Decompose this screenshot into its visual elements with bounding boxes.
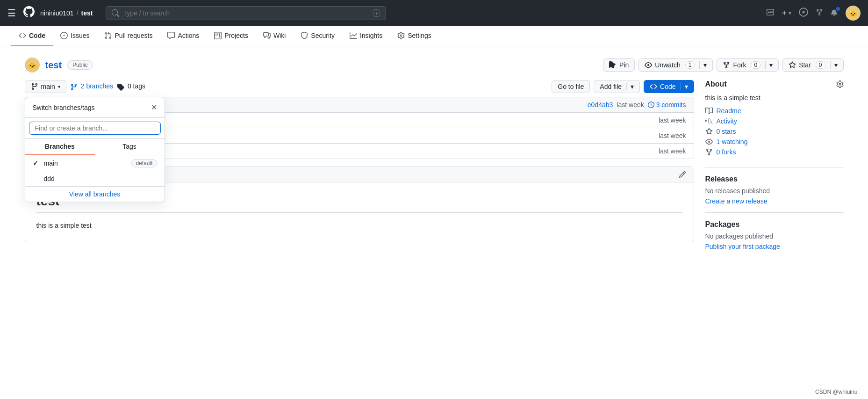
packages-section: Packages No packages published Publish y… [705,220,844,250]
copilot-icon[interactable] [799,7,808,19]
dropdown-tabs: Branches Tags [25,139,165,155]
tab-pull-requests[interactable]: Pull requests [97,26,160,46]
code-caret[interactable]: ▾ [681,83,688,90]
new-button[interactable]: + ▾ [782,8,791,18]
branch-caret-icon: ▾ [58,84,60,89]
divider-2 [705,212,844,213]
commit-hash[interactable]: e0d4ab3 [588,101,613,109]
fork-count: 0 [751,61,760,69]
unwatch-caret[interactable]: ▾ [699,61,707,69]
search-icon [112,9,119,17]
fork-sidebar-icon [705,148,713,156]
releases-title: Releases [705,175,844,183]
add-file-button[interactable]: Add file ▾ [594,80,640,93]
star-caret[interactable]: ▾ [830,61,838,69]
watching-link[interactable]: 1 watching [717,138,748,145]
unwatch-button[interactable]: Unwatch 1 ▾ [638,58,713,72]
search-input[interactable] [123,9,369,17]
tag-count[interactable]: 0 tags [117,82,145,90]
repo-link[interactable]: test [81,9,93,17]
settings-gear-icon[interactable] [836,80,844,88]
repo-nav: Code Issues Pull requests Actions Projec… [0,26,868,46]
create-release-link[interactable]: Create a new release [705,197,768,205]
breadcrumb: nininiu0101 / test [40,9,93,17]
branch-item-ddd[interactable]: ddd [25,171,165,186]
stars-link[interactable]: 0 stars [717,128,736,135]
tab-issues[interactable]: Issues [53,26,97,46]
pin-icon [609,61,617,69]
packages-title: Packages [705,220,844,229]
tab-tags[interactable]: Tags [95,139,165,155]
activity-link[interactable]: Activity [717,117,737,125]
about-readme-link[interactable]: Readme [705,107,844,115]
eye-icon [645,61,652,69]
branch-item-main[interactable]: ✓ main default [25,155,165,171]
star-sidebar-icon [705,128,713,135]
tab-code[interactable]: Code [11,26,53,46]
pr-icon [104,32,112,39]
settings-icon [397,32,405,39]
file-time: last week [659,116,686,124]
branch-count[interactable]: 2 branches [70,82,113,90]
publish-package-link[interactable]: Publish your first package [705,243,780,250]
star-button[interactable]: Star 0 ▾ [782,58,843,72]
tab-branches[interactable]: Branches [25,139,95,155]
terminal-icon[interactable] [767,8,774,18]
view-all-branches-link[interactable]: View all branches [69,190,120,198]
commit-time: last week [617,101,644,109]
wiki-icon [263,32,271,39]
projects-icon [214,32,222,39]
eye-sidebar-icon [705,138,713,145]
tab-security[interactable]: Security [293,26,342,46]
tab-wiki[interactable]: Wiki [256,26,293,46]
file-time: last week [659,132,686,139]
search-kbd: / [373,9,380,17]
tab-projects[interactable]: Projects [207,26,256,46]
fork-icon[interactable] [816,8,823,18]
svg-point-1 [803,11,805,13]
branch-bar: main ▾ 2 branches 0 tags Go to file A [25,80,694,93]
code-button[interactable]: Code ▾ [644,80,694,93]
branch-dropdown: Switch branches/tags ✕ Branches Tags ✓ m… [25,97,165,202]
add-file-caret[interactable]: ▾ [626,83,634,90]
notification-badge [836,7,840,11]
branch-bar-actions: Go to file Add file ▾ Code ▾ [552,80,694,93]
edit-icon[interactable] [679,171,686,178]
forks-link[interactable]: 0 forks [717,148,736,156]
repo-actions: Pin Unwatch 1 ▾ Fork 0 ▾ Star 0 ▾ [603,58,843,72]
fork-btn-icon [723,61,730,69]
github-logo[interactable] [23,6,35,21]
branch-selector[interactable]: main ▾ [25,80,66,93]
dropdown-close-button[interactable]: ✕ [151,103,157,112]
readme-link[interactable]: Readme [717,107,741,115]
pin-button[interactable]: Pin [603,58,635,72]
fork-button[interactable]: Fork 0 ▾ [717,58,779,72]
about-stars-link[interactable]: 0 stars [705,128,844,135]
tag-icon [117,83,124,91]
tab-settings[interactable]: Settings [390,26,439,46]
user-link[interactable]: nininiu0101 [40,9,74,17]
repo-header: 🐱 test Public Pin Unwatch 1 ▾ Fork 0 ▾ [25,58,844,73]
commits-link[interactable]: 3 commits [648,101,686,109]
avatar[interactable]: 🐱 [846,6,861,21]
about-links: Readme Activity 0 stars 1 watching [705,107,844,156]
tab-actions[interactable]: Actions [160,26,207,46]
branch-icon [31,83,38,90]
tab-insights[interactable]: Insights [342,26,390,46]
about-section: About this is a simple test Readme Activ… [705,80,844,156]
about-forks-link[interactable]: 0 forks [705,148,844,156]
branch-search-input[interactable] [29,122,161,135]
about-activity-link[interactable]: Activity [705,117,844,125]
star-count: 0 [816,61,825,69]
check-icon: ✓ [33,160,40,167]
repo-name[interactable]: test [45,60,62,71]
fork-caret[interactable]: ▾ [765,61,773,69]
default-badge: default [131,159,157,167]
go-to-file-button[interactable]: Go to file [552,80,590,93]
about-watching-link[interactable]: 1 watching [705,138,844,145]
watch-count: 1 [685,61,695,69]
file-time: last week [659,147,686,155]
insights-icon [350,32,357,39]
hamburger-icon[interactable]: ☰ [7,7,16,19]
notification-wrapper [831,9,838,18]
